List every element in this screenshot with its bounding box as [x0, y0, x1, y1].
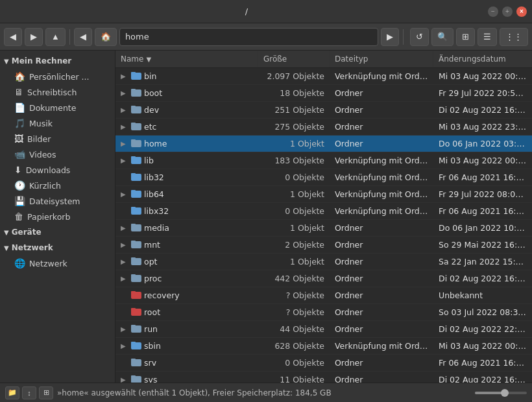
folder-icon [131, 206, 141, 217]
back-button[interactable]: ◀ [4, 28, 22, 46]
slider-track [475, 392, 527, 394]
sidebar-item-schreibtisch[interactable]: 🖥Schreibtisch [0, 84, 115, 100]
expand-arrow-icon[interactable]: ▶ [121, 258, 128, 265]
expand-arrow-icon[interactable]: ▶ [121, 140, 128, 147]
file-size-cell: 442 Objekte [258, 272, 330, 285]
expand-arrow-icon[interactable]: ▶ [121, 123, 128, 130]
sidebar-item-papierkorb[interactable]: 🗑Papierkorb [0, 209, 115, 224]
sidebar-item-musik[interactable]: 🎵Musik [0, 115, 115, 131]
table-row[interactable]: root? ObjekteOrdnerSo 03 Jul 2022 08:30:… [115, 304, 532, 321]
close-button[interactable]: × [516, 6, 527, 17]
expand-arrow-icon[interactable]: ▶ [121, 376, 128, 383]
table-row[interactable]: ▶run44 ObjekteOrdnerDi 02 Aug 2022 22:10… [115, 321, 532, 338]
sidebar-item-kürzlich[interactable]: 🕐Kürzlich [0, 178, 115, 193]
expand-arrow-icon[interactable]: ▶ [121, 342, 128, 349]
forward-button[interactable]: ▶ [25, 28, 43, 46]
sidebar-item-dateisystem[interactable]: 💾Dateisystem [0, 193, 115, 209]
home-button[interactable]: 🏠 [95, 28, 117, 46]
minimize-button[interactable]: − [488, 6, 498, 17]
folder-icon [131, 155, 141, 166]
file-name-cell: ▶media [115, 220, 258, 235]
file-date-cell: Fr 29 Jul 2022 08:02:07 CEST [433, 187, 532, 201]
svg-rect-29 [131, 308, 136, 311]
svg-rect-37 [131, 375, 136, 378]
expand-arrow-icon[interactable]: ▶ [121, 325, 128, 333]
header-type[interactable]: Dateityp [330, 51, 433, 67]
table-row[interactable]: ▶mnt2 ObjekteOrdnerSo 29 Mai 2022 16:36:… [115, 237, 532, 254]
sidebar-item-persönlicher[interactable]: 🏠Persönlicher ... [0, 69, 115, 84]
header-date[interactable]: Änderungsdatum [433, 51, 532, 67]
table-row[interactable]: ▶lib641 ObjektVerknüpfung mit OrdnerFr 2… [115, 186, 532, 203]
folder-icon [131, 121, 141, 132]
sidebar-item-network[interactable]: 🌐Netzwerk [0, 255, 115, 271]
table-row[interactable]: srv0 ObjekteOrdnerFr 06 Aug 2021 16:55:5… [115, 355, 532, 372]
table-row[interactable]: ▶sbin628 ObjekteVerknüpfung mit OrdnerMi… [115, 338, 532, 355]
expand-arrow-icon[interactable]: ▶ [121, 157, 128, 164]
file-date-cell: Di 02 Aug 2022 22:10:51 CEST [433, 322, 532, 336]
table-row[interactable]: ▶media1 ObjektOrdnerDo 06 Jan 2022 10:41… [115, 220, 532, 237]
expand-arrow-icon[interactable]: ▶ [121, 89, 128, 97]
table-row[interactable]: ▶sys11 ObjekteOrdnerDi 02 Aug 2022 16:50… [115, 372, 532, 383]
sidebar-item-label: Persönlicher ... [29, 72, 89, 82]
file-date-cell: So 29 Mai 2022 16:36:58 CEST [433, 238, 532, 252]
sidebar-item-label: Dateisystem [29, 196, 80, 206]
filelist-rows: ▶bin2.097 ObjekteVerknüpfung mit OrdnerM… [115, 68, 532, 383]
view-compact-button[interactable]: ⋮⋮ [500, 28, 528, 46]
svg-rect-33 [131, 342, 136, 344]
section-my-computer[interactable]: ▼ Mein Rechner [0, 53, 115, 69]
sidebar-item-downloads[interactable]: ⬇Downloads [0, 162, 115, 178]
search-button[interactable]: 🔍 [431, 28, 453, 46]
expand-arrow-icon[interactable]: ▶ [121, 73, 128, 80]
expand-arrow-icon[interactable]: ▶ [121, 241, 128, 248]
table-row[interactable]: ▶boot18 ObjekteOrdnerFr 29 Jul 2022 20:5… [115, 85, 532, 102]
zoom-slider[interactable] [475, 392, 527, 394]
file-name-text: dev [144, 105, 159, 115]
file-type-cell: Verknüpfung mit Ordner [330, 171, 433, 184]
file-name-text: lib [144, 156, 154, 165]
up-button[interactable]: ▲ [45, 28, 66, 46]
table-row[interactable]: ▶home1 ObjektOrdnerDo 06 Jan 2022 03:12:… [115, 136, 532, 152]
expand-arrow-icon[interactable]: ▶ [121, 224, 128, 231]
file-name-text: bin [144, 71, 156, 81]
view-list-button[interactable]: ☰ [478, 28, 497, 46]
expand-arrow-icon[interactable]: ▶ [121, 106, 128, 113]
sort-button[interactable]: ↕ [22, 386, 36, 399]
table-row[interactable]: ▶proc442 ObjekteOrdnerDi 02 Aug 2022 16:… [115, 270, 532, 287]
header-size[interactable]: Größe [258, 51, 330, 67]
file-type-cell: Verknüpfung mit Ordner [330, 69, 433, 83]
grid-view-button[interactable]: ⊞ [39, 386, 53, 399]
sidebar-item-bilder[interactable]: 🖼Bilder [0, 131, 115, 147]
expand-arrow-icon[interactable]: ▶ [121, 275, 128, 282]
file-size-cell: 183 Objekte [258, 154, 330, 167]
sidebar-item-dokumente[interactable]: 📄Dokumente [0, 100, 115, 115]
table-row[interactable]: ▶dev251 ObjekteOrdnerDi 02 Aug 2022 16:5… [115, 102, 532, 119]
table-row[interactable]: ▶lib183 ObjekteVerknüpfung mit OrdnerMi … [115, 152, 532, 169]
file-name-text: srv [144, 358, 156, 368]
history-button[interactable]: ↺ [410, 28, 429, 46]
maximize-button[interactable]: + [502, 6, 513, 17]
section-network[interactable]: ▼ Netzwerk [0, 240, 115, 255]
file-name-cell: recovery [115, 288, 258, 303]
path-box[interactable]: home [119, 28, 378, 46]
table-row[interactable]: libx320 ObjekteVerknüpfung mit OrdnerFr … [115, 203, 532, 220]
folder-icon [131, 273, 141, 284]
table-row[interactable]: ▶etc275 ObjekteOrdnerMi 03 Aug 2022 23:2… [115, 119, 532, 136]
svg-rect-23 [131, 257, 136, 260]
sidebar-item-videos[interactable]: 📹Videos [0, 147, 115, 162]
file-type-cell: Ordner [330, 305, 433, 319]
header-name[interactable]: Name ▼ [115, 51, 258, 67]
table-row[interactable]: recovery? ObjekteOrdnerUnbekannt [115, 287, 532, 304]
filelist-header: Name ▼ Größe Dateityp Änderungsdatum [115, 51, 532, 68]
table-row[interactable]: ▶bin2.097 ObjekteVerknüpfung mit OrdnerM… [115, 68, 532, 85]
next-path-button[interactable]: ▶ [381, 28, 399, 46]
section-devices[interactable]: ▼ Geräte [0, 224, 115, 240]
table-row[interactable]: ▶opt1 ObjektOrdnerSa 22 Jan 2022 15:13:1… [115, 254, 532, 270]
folder-icon [131, 290, 141, 301]
table-row[interactable]: lib320 ObjekteVerknüpfung mit OrdnerFr 0… [115, 169, 532, 186]
prev-button[interactable]: ◀ [74, 28, 92, 46]
expand-arrow-icon[interactable]: ▶ [121, 191, 128, 198]
new-folder-button[interactable]: 📁 [5, 386, 19, 399]
view-grid-button[interactable]: ⊞ [456, 28, 475, 46]
file-list[interactable]: Name ▼ Größe Dateityp Änderungsdatum ▶bi… [115, 51, 532, 383]
folder-icon [131, 138, 141, 149]
